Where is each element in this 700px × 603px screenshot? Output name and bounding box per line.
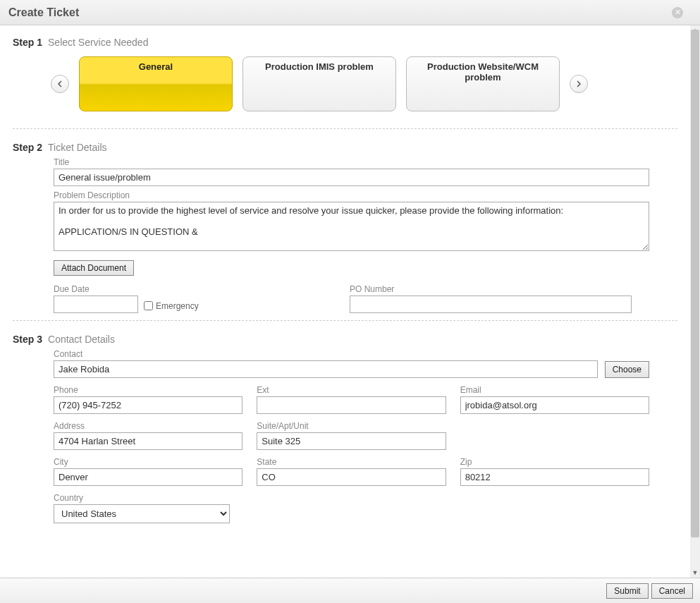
service-card-general[interactable]: General bbox=[79, 56, 233, 111]
emergency-checkbox[interactable] bbox=[144, 301, 153, 310]
title-input[interactable] bbox=[54, 169, 649, 186]
country-select[interactable]: United States bbox=[54, 504, 230, 523]
contact-label: Contact bbox=[54, 349, 598, 359]
city-input[interactable] bbox=[54, 468, 242, 486]
service-selector: General Production IMIS problem Producti… bbox=[13, 52, 677, 121]
service-card-label: Production Website/WCM problem bbox=[412, 61, 553, 83]
contact-input[interactable] bbox=[54, 360, 598, 378]
cancel-button[interactable]: Cancel bbox=[651, 583, 693, 599]
modal-title: Create Ticket bbox=[8, 6, 79, 19]
scroll-thumb[interactable] bbox=[691, 30, 699, 537]
step3-title: Contact Details bbox=[48, 334, 115, 345]
step2-label: Step 2 bbox=[13, 142, 42, 153]
next-service-button[interactable] bbox=[570, 75, 588, 93]
service-card-label: General bbox=[139, 61, 173, 72]
modal-body: Step 1 Select Service Needed General Pro… bbox=[0, 25, 690, 578]
email-input[interactable] bbox=[460, 396, 649, 414]
po-label: PO Number bbox=[350, 284, 632, 294]
scrollbar[interactable]: ▲ ▼ bbox=[690, 25, 700, 578]
suite-label: Suite/Apt/Unit bbox=[257, 421, 446, 431]
suite-input[interactable] bbox=[257, 432, 446, 450]
step2-title: Ticket Details bbox=[48, 142, 107, 153]
step3-label: Step 3 bbox=[13, 334, 42, 345]
chevron-right-icon bbox=[576, 80, 582, 87]
emergency-label: Emergency bbox=[156, 301, 199, 311]
city-label: City bbox=[54, 457, 242, 467]
modal-header: Create Ticket ✕ bbox=[0, 0, 700, 25]
email-label: Email bbox=[460, 385, 649, 395]
ext-input[interactable] bbox=[257, 396, 446, 414]
state-input[interactable] bbox=[257, 468, 446, 486]
zip-input[interactable] bbox=[460, 468, 649, 486]
divider bbox=[13, 320, 677, 321]
choose-contact-button[interactable]: Choose bbox=[605, 361, 649, 378]
step3-header: Step 3 Contact Details bbox=[13, 334, 677, 345]
phone-label: Phone bbox=[54, 385, 242, 395]
state-label: State bbox=[257, 457, 446, 467]
step3-form: Contact Choose Phone Ext Email Address bbox=[13, 349, 677, 523]
service-card-imis[interactable]: Production IMIS problem bbox=[242, 56, 396, 111]
modal-footer: Submit Cancel bbox=[0, 578, 700, 603]
due-date-label: Due Date bbox=[54, 284, 209, 294]
prev-service-button[interactable] bbox=[51, 75, 69, 93]
chevron-left-icon bbox=[57, 80, 63, 87]
step1-header: Step 1 Select Service Needed bbox=[13, 37, 677, 48]
step2-header: Step 2 Ticket Details bbox=[13, 142, 677, 153]
country-label: Country bbox=[54, 493, 230, 503]
description-textarea[interactable] bbox=[54, 202, 649, 251]
address-input[interactable] bbox=[54, 432, 242, 450]
service-card-label: Production IMIS problem bbox=[265, 61, 374, 72]
submit-button[interactable]: Submit bbox=[606, 583, 648, 599]
step1-label: Step 1 bbox=[13, 37, 42, 48]
title-label: Title bbox=[54, 157, 649, 167]
step1-title: Select Service Needed bbox=[48, 37, 148, 48]
phone-input[interactable] bbox=[54, 396, 242, 414]
attach-document-button[interactable]: Attach Document bbox=[54, 260, 134, 276]
description-label: Problem Description bbox=[54, 190, 649, 200]
close-icon[interactable]: ✕ bbox=[672, 7, 683, 18]
ext-label: Ext bbox=[257, 385, 446, 395]
step2-form: Title Problem Description Attach Documen… bbox=[13, 157, 677, 313]
divider bbox=[13, 128, 677, 129]
po-input[interactable] bbox=[350, 296, 632, 313]
service-card-wcm[interactable]: Production Website/WCM problem bbox=[406, 56, 560, 111]
scroll-down-icon[interactable]: ▼ bbox=[690, 568, 700, 578]
due-date-input[interactable] bbox=[54, 296, 138, 313]
address-label: Address bbox=[54, 421, 242, 431]
zip-label: Zip bbox=[460, 457, 649, 467]
